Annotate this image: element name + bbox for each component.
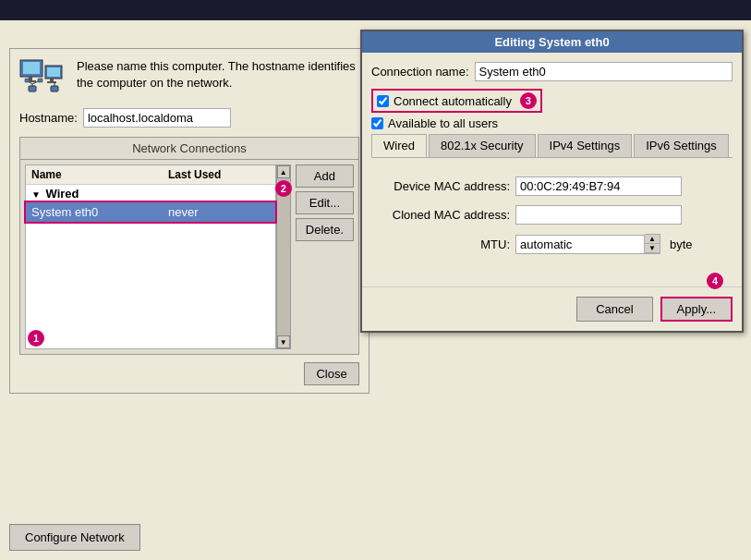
connect-automatically-label: Connect automatically (394, 94, 512, 108)
table-row[interactable]: System eth0 never (26, 202, 275, 222)
hostname-description: Please name this computer. The hostname … (77, 58, 359, 91)
mtu-row: MTU: ▲ ▼ byte (371, 234, 733, 254)
network-connections-title: Network Connections (20, 138, 358, 160)
mtu-spinner-container: ▲ ▼ (515, 234, 660, 254)
available-to-all-users-row: Available to all users (371, 116, 733, 130)
bytes-label: byte (670, 237, 693, 251)
connection-name-row: Connection name: (371, 62, 733, 81)
cancel-button[interactable]: Cancel (576, 297, 652, 322)
connections-buttons: Add Edit... Delete. (291, 160, 358, 354)
connect-automatically-row: Connect automatically 3 (371, 89, 733, 113)
connection-name-cell: System eth0 (26, 202, 163, 222)
add-button[interactable]: Add (296, 164, 354, 188)
scroll-up-btn[interactable]: ▲ (277, 165, 290, 178)
available-to-all-users-checkbox[interactable] (371, 117, 383, 129)
connections-content: Name Last Used ▼ Wired (20, 160, 358, 354)
available-to-all-users-label: Available to all users (388, 116, 498, 130)
scroll-track: 2 (277, 178, 290, 335)
wired-arrow-icon: ▼ (31, 189, 41, 200)
fields-section: Device MAC address: Cloned MAC address: … (371, 167, 733, 273)
configure-network-button[interactable]: Configure Network (9, 524, 140, 551)
tab-ipv6-settings[interactable]: IPv6 Settings (634, 134, 729, 157)
mtu-input[interactable] (515, 235, 645, 254)
device-mac-row: Device MAC address: (371, 177, 733, 196)
top-bar (0, 0, 751, 20)
col-name: Name (26, 165, 163, 185)
mtu-down-btn[interactable]: ▼ (645, 244, 660, 253)
tab-8021x-security[interactable]: 802.1x Security (429, 134, 536, 157)
svg-rect-13 (38, 79, 42, 82)
network-config-panel: Please name this computer. The hostname … (9, 48, 369, 394)
svg-rect-1 (23, 62, 40, 74)
scroll-down-btn[interactable]: ▼ (277, 335, 290, 348)
edit-button[interactable]: Edit... (296, 191, 354, 214)
annotation-4: 4 (707, 273, 723, 289)
scrollbar[interactable]: ▲ 2 ▼ (276, 164, 291, 349)
delete-button[interactable]: Delete. (296, 218, 354, 241)
bottom-bar: Configure Network (9, 524, 140, 551)
svg-rect-14 (51, 86, 58, 91)
tabs-bar: Wired 802.1x Security IPv4 Settings IPv6… (371, 134, 733, 158)
mtu-spinner-buttons: ▲ ▼ (645, 234, 660, 254)
network-icon (19, 58, 67, 99)
cloned-mac-input[interactable] (515, 205, 682, 225)
tab-ipv4-settings[interactable]: IPv4 Settings (538, 134, 633, 157)
network-connections-box: Network Connections Name Last Used (19, 137, 359, 355)
svg-rect-12 (25, 79, 30, 82)
dialog-title-bar: Editing System eth0 (362, 31, 742, 53)
col-last-used: Last Used (163, 165, 275, 185)
connection-lastused-cell: never (163, 202, 275, 222)
svg-rect-8 (29, 86, 36, 91)
svg-rect-5 (47, 67, 60, 77)
connect-automatically-highlighted: Connect automatically 3 (371, 89, 542, 113)
main-window: Please name this computer. The hostname … (0, 20, 751, 560)
apply-button[interactable]: Apply... (660, 297, 733, 322)
connection-name-input[interactable] (475, 62, 733, 81)
cloned-mac-row: Cloned MAC address: (371, 205, 733, 225)
dialog-body: Connection name: Connect automatically 3… (362, 53, 742, 286)
annotation-1: 1 (28, 330, 44, 347)
cloned-mac-label: Cloned MAC address: (371, 208, 510, 222)
connections-table: Name Last Used ▼ Wired (26, 165, 275, 222)
editing-dialog: Editing System eth0 Connection name: Con… (360, 30, 744, 333)
svg-rect-6 (50, 79, 54, 81)
device-mac-label: Device MAC address: (371, 179, 510, 193)
dialog-footer: Cancel Apply... (362, 286, 742, 331)
close-btn-row: Close (10, 355, 369, 393)
connect-automatically-checkbox[interactable] (377, 95, 389, 107)
wired-group-label: Wired (46, 187, 79, 201)
connections-list-area: Name Last Used ▼ Wired (25, 164, 276, 349)
annotation-2: 2 (275, 180, 292, 197)
annotation-3: 3 (520, 92, 537, 109)
wired-group-row: ▼ Wired (26, 185, 275, 203)
mtu-up-btn[interactable]: ▲ (645, 235, 660, 244)
mtu-label: MTU: (371, 237, 510, 251)
hostname-section: Please name this computer. The hostname … (10, 49, 369, 108)
tab-wired[interactable]: Wired (371, 134, 427, 157)
hostname-row: Hostname: (10, 108, 369, 137)
hostname-label: Hostname: (19, 111, 78, 125)
close-button[interactable]: Close (304, 362, 359, 385)
device-mac-input[interactable] (515, 177, 682, 196)
hostname-input[interactable] (83, 108, 231, 128)
connection-name-label: Connection name: (371, 65, 469, 79)
